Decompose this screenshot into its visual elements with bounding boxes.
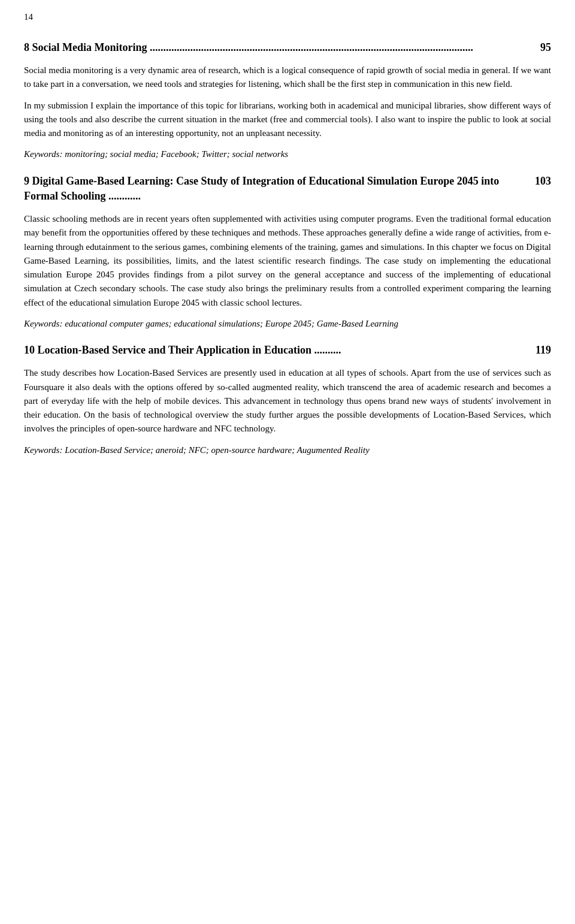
section-10-page-number: 119 <box>535 344 551 357</box>
section-10-keywords-values: Location-Based Service; aneroid; NFC; op… <box>65 445 370 455</box>
section-8: 8 Social Media Monitoring ..............… <box>24 40 551 162</box>
section-10-dots: .......... <box>311 344 341 356</box>
section-9-heading-text: 9 Digital Game-Based Learning: Case Stud… <box>24 174 529 204</box>
section-8-keywords-values: monitoring; social media; Facebook; Twit… <box>65 149 288 159</box>
section-9-heading-row: 9 Digital Game-Based Learning: Case Stud… <box>24 174 551 204</box>
section-10-heading-row: 10 Location-Based Service and Their Appl… <box>24 343 551 358</box>
section-8-keywords: Keywords: monitoring; social media; Face… <box>24 147 551 161</box>
page-number: 14 <box>24 12 551 22</box>
section-9-keywords: Keywords: educational computer games; ed… <box>24 317 551 331</box>
section-9-keywords-values: educational computer games; educational … <box>65 319 398 328</box>
section-8-heading-row: 8 Social Media Monitoring ..............… <box>24 40 551 55</box>
section-10-keywords-label: Keywords: <box>24 445 62 455</box>
section-10: 10 Location-Based Service and Their Appl… <box>24 343 551 457</box>
section-9: 9 Digital Game-Based Learning: Case Stud… <box>24 174 551 331</box>
section-8-para-1: Social media monitoring is a very dynami… <box>24 64 551 92</box>
section-10-heading-text: 10 Location-Based Service and Their Appl… <box>24 343 529 358</box>
section-10-title: 10 Location-Based Service and Their Appl… <box>24 344 311 356</box>
section-8-para-2: In my submission I explain the importanc… <box>24 99 551 141</box>
section-9-keywords-label: Keywords: <box>24 319 62 328</box>
section-9-title: 9 Digital Game-Based Learning: Case Stud… <box>24 175 499 202</box>
section-10-para-1: The study describes how Location-Based S… <box>24 366 551 436</box>
section-10-keywords: Keywords: Location-Based Service; aneroi… <box>24 443 551 457</box>
section-9-para-1: Classic schooling methods are in recent … <box>24 212 551 310</box>
section-8-page-number: 95 <box>540 41 551 54</box>
section-8-heading-text: 8 Social Media Monitoring ..............… <box>24 40 534 55</box>
section-8-keywords-label: Keywords: <box>24 149 62 159</box>
section-8-title: 8 Social Media Monitoring <box>24 41 147 53</box>
section-9-dots: ............ <box>106 190 141 202</box>
section-9-page-number: 103 <box>535 175 551 188</box>
section-8-dots: ........................................… <box>147 41 474 53</box>
